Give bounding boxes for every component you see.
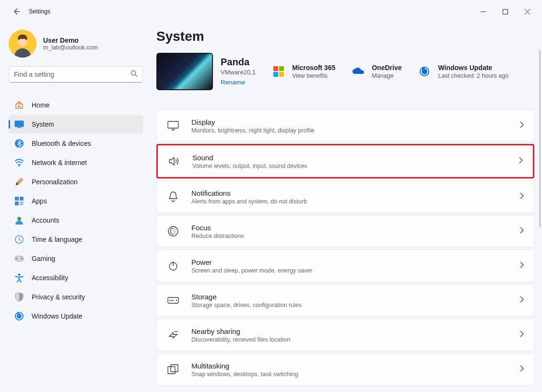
row-focus[interactable]: FocusReduce distractions xyxy=(156,215,534,248)
pc-block[interactable]: Panda VMware20,1 Rename xyxy=(156,53,256,90)
maximize-button[interactable] xyxy=(494,4,516,19)
sidebar-item-privacy[interactable]: Privacy & security xyxy=(9,288,143,306)
svg-rect-25 xyxy=(273,72,278,77)
profile-block[interactable]: User Demo m_lab@outlook.com xyxy=(9,30,143,58)
sidebar-item-label: System xyxy=(32,120,54,128)
chevron-right-icon xyxy=(519,331,524,339)
row-title: Notifications xyxy=(191,189,307,197)
chevron-right-icon xyxy=(519,296,524,305)
page-title: System xyxy=(156,29,534,44)
update-icon xyxy=(14,311,24,321)
sidebar-item-home[interactable]: Home xyxy=(9,96,143,114)
svg-rect-8 xyxy=(17,127,21,128)
sidebar-item-time[interactable]: Time & language xyxy=(9,230,143,249)
svg-rect-26 xyxy=(279,72,284,77)
row-power[interactable]: PowerScreen and sleep, power mode, energ… xyxy=(156,249,534,282)
profile-name: User Demo xyxy=(43,36,98,44)
back-button[interactable] xyxy=(10,5,23,18)
quick-winupdate[interactable]: Windows Update Last checked: 2 hours ago xyxy=(418,64,508,79)
row-nearby[interactable]: Nearby sharingDiscoverability, received … xyxy=(156,319,534,351)
accessibility-icon xyxy=(14,273,24,283)
svg-rect-38 xyxy=(171,365,178,372)
search-input[interactable]: Find a setting xyxy=(9,66,143,83)
quick-onedrive[interactable]: OneDrive Manage xyxy=(352,64,401,79)
maximize-icon xyxy=(503,9,508,14)
sidebar-item-label: Accounts xyxy=(32,216,59,224)
desktop-thumbnail xyxy=(156,53,213,90)
search-icon xyxy=(130,70,138,79)
svg-rect-13 xyxy=(15,202,19,205)
quick-sub: Manage xyxy=(372,72,401,79)
bluetooth-icon xyxy=(14,139,24,148)
sidebar-item-accounts[interactable]: Accounts xyxy=(9,211,143,229)
display-icon xyxy=(166,119,180,132)
quick-title: Microsoft 365 xyxy=(292,64,335,71)
storage-icon xyxy=(166,294,180,307)
sidebar-item-update[interactable]: Windows Update xyxy=(9,307,143,325)
avatar-illustration-icon xyxy=(9,30,36,58)
sidebar-item-label: Home xyxy=(32,101,49,109)
row-subtitle: Monitors, brightness, night light, displ… xyxy=(191,127,314,134)
sidebar-item-network[interactable]: Network & internet xyxy=(9,154,143,172)
row-subtitle: Discoverability, received files location xyxy=(191,336,290,343)
row-storage[interactable]: StorageStorage space, drives, configurat… xyxy=(156,284,534,317)
chevron-right-icon xyxy=(519,192,524,201)
row-display[interactable]: DisplayMonitors, brightness, night light… xyxy=(156,109,534,142)
power-icon xyxy=(166,259,180,273)
svg-rect-23 xyxy=(273,66,278,71)
titlebar: Settings xyxy=(0,0,542,23)
row-title: Multitasking xyxy=(191,362,298,370)
svg-rect-1 xyxy=(503,9,507,14)
nav-list: HomeSystemBluetooth & devicesNetwork & i… xyxy=(9,96,143,325)
header-cards: Panda VMware20,1 Rename xyxy=(156,53,534,90)
quick-title: OneDrive xyxy=(372,64,401,71)
row-subtitle: Snap windows, desktops, task switching xyxy=(191,371,298,378)
profile-email: m_lab@outlook.com xyxy=(43,44,98,51)
arrow-left-icon xyxy=(12,8,20,15)
nearby-icon xyxy=(166,328,180,342)
sidebar-item-label: Bluetooth & devices xyxy=(32,140,91,147)
row-sound[interactable]: SoundVolume levels, output, input, sound… xyxy=(156,144,534,178)
svg-point-35 xyxy=(176,300,177,301)
quick-sub: View benefits xyxy=(292,72,335,79)
multitasking-icon xyxy=(166,363,180,376)
minimize-button[interactable] xyxy=(472,4,494,19)
sidebar-item-system[interactable]: System xyxy=(9,115,143,133)
svg-rect-14 xyxy=(20,202,24,205)
sidebar-item-bluetooth[interactable]: Bluetooth & devices xyxy=(9,134,143,153)
window-title: Settings xyxy=(29,8,50,15)
svg-rect-24 xyxy=(279,66,284,71)
sidebar-item-label: Windows Update xyxy=(32,312,82,320)
row-title: Focus xyxy=(191,224,244,232)
svg-rect-7 xyxy=(15,121,24,127)
sidebar-item-label: Gaming xyxy=(32,255,55,262)
sidebar-item-gaming[interactable]: Gaming xyxy=(9,249,143,268)
settings-window: Settings xyxy=(0,0,542,392)
row-subtitle: Storage space, drives, configuration rul… xyxy=(191,302,302,309)
close-button[interactable] xyxy=(516,4,538,19)
home-icon xyxy=(14,100,24,110)
row-multitasking[interactable]: MultitaskingSnap windows, desktops, task… xyxy=(156,353,534,386)
sidebar: User Demo m_lab@outlook.com Find a setti… xyxy=(0,23,149,392)
privacy-icon xyxy=(14,292,24,302)
chevron-right-icon xyxy=(519,365,524,374)
svg-point-20 xyxy=(22,259,23,260)
sidebar-item-label: Privacy & security xyxy=(32,293,85,301)
quick-m365[interactable]: Microsoft 365 View benefits xyxy=(272,64,335,79)
chevron-right-icon xyxy=(519,261,524,270)
row-notifications[interactable]: NotificationsAlerts from apps and system… xyxy=(156,180,534,213)
sidebar-item-label: Network & internet xyxy=(32,159,87,166)
settings-rows: DisplayMonitors, brightness, night light… xyxy=(156,109,534,386)
pc-info: Panda VMware20,1 Rename xyxy=(221,57,256,86)
rename-link[interactable]: Rename xyxy=(221,79,245,86)
scrollbar[interactable] xyxy=(539,50,541,227)
svg-rect-12 xyxy=(20,197,24,201)
row-subtitle: Screen and sleep, power mode, energy sav… xyxy=(191,267,312,274)
svg-rect-28 xyxy=(168,121,178,128)
sidebar-item-apps[interactable]: Apps xyxy=(9,192,143,210)
sidebar-item-personalization[interactable]: Personalization xyxy=(9,173,143,191)
apps-icon xyxy=(14,196,24,206)
sidebar-item-accessibility[interactable]: Accessibility xyxy=(9,269,143,287)
row-title: Sound xyxy=(192,154,307,162)
sidebar-item-label: Accessibility xyxy=(32,274,68,282)
